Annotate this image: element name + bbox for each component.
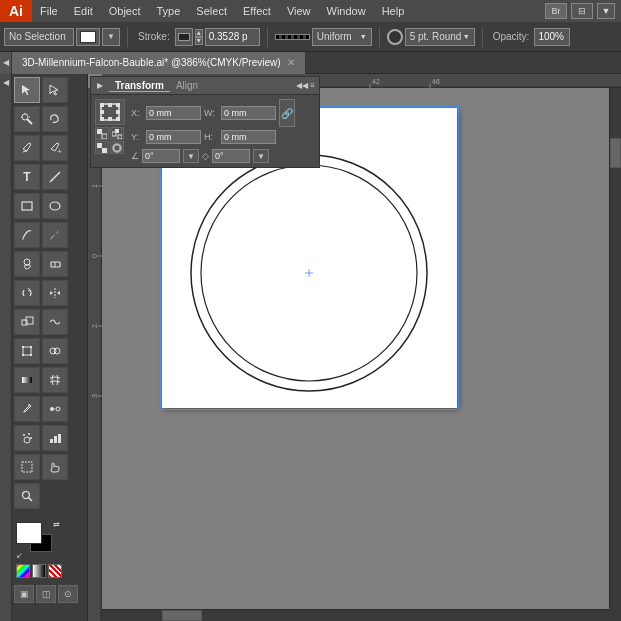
none-mode-btn[interactable] [48, 564, 62, 578]
color-fill-box[interactable] [76, 28, 100, 46]
align-tab[interactable]: Align [170, 80, 204, 92]
screen-mode-btn[interactable]: ▣ [14, 585, 34, 603]
tg-icon-4[interactable] [110, 141, 124, 154]
tg-icon-2[interactable] [110, 127, 124, 140]
free-transform-tool-btn[interactable] [14, 338, 40, 364]
paintbrush-tool-btn[interactable] [42, 222, 68, 248]
transform-box-icon[interactable] [95, 99, 125, 125]
angle1-dropdown-btn[interactable]: ▼ [183, 149, 199, 163]
mesh-tool-btn[interactable] [42, 367, 68, 393]
scrollbar-vertical-thumb[interactable] [610, 138, 621, 168]
angle1-input[interactable] [142, 149, 180, 163]
panel-collapse-left[interactable]: ◀ [0, 52, 12, 74]
color-arrow-btn[interactable]: ▼ [102, 28, 120, 46]
svg-rect-47 [102, 134, 107, 139]
svg-rect-38 [100, 103, 104, 107]
swap-colors-btn[interactable]: ⇄ [53, 520, 60, 529]
panel-body: X: W: 🔗 Y: H: ∠ ▼ [91, 95, 319, 167]
link-constraint-btn[interactable]: 🔗 [279, 99, 295, 127]
left-collapse-btn[interactable]: ◀ [0, 74, 12, 621]
workspace-btn[interactable]: ⊟ [571, 3, 593, 19]
svg-rect-44 [108, 117, 112, 121]
rotate-tool-btn[interactable] [14, 280, 40, 306]
warp-tool-btn[interactable] [42, 309, 68, 335]
panel-menu-btn[interactable]: ≡ [310, 81, 315, 90]
tg-icon-3[interactable] [95, 141, 109, 154]
menu-file[interactable]: File [32, 0, 66, 22]
lasso-tool-btn[interactable] [42, 106, 68, 132]
workspace-arrow-btn[interactable]: ▼ [597, 3, 615, 19]
menu-type[interactable]: Type [149, 0, 189, 22]
tg-icon-1[interactable] [95, 127, 109, 140]
scale-tool-btn[interactable] [14, 309, 40, 335]
menu-view[interactable]: View [279, 0, 319, 22]
artboard-tool-btn[interactable] [14, 454, 40, 480]
scrollbar-horizontal[interactable] [102, 609, 609, 621]
stroke-color-swatch[interactable] [175, 28, 193, 46]
color-mode-btn[interactable] [16, 564, 30, 578]
menu-effect[interactable]: Effect [235, 0, 279, 22]
stroke-value-input[interactable] [205, 28, 260, 46]
opacity-input[interactable] [534, 28, 570, 46]
bridge-btn[interactable]: Br [545, 3, 567, 19]
menu-edit[interactable]: Edit [66, 0, 101, 22]
draw-mode-btn[interactable]: ◫ [36, 585, 56, 603]
panel-collapse-icon: ▶ [95, 81, 105, 91]
scrollbar-horizontal-thumb[interactable] [162, 610, 202, 621]
shape-builder-tool-btn[interactable] [42, 338, 68, 364]
draw-inside-btn[interactable]: ⊙ [58, 585, 78, 603]
svg-rect-20 [30, 354, 32, 356]
panel-expand-btn[interactable]: ◀◀ [296, 81, 308, 90]
menu-window[interactable]: Window [319, 0, 374, 22]
sep2 [267, 27, 268, 47]
menu-help[interactable]: Help [374, 0, 413, 22]
rect-tool-btn[interactable] [14, 193, 40, 219]
gradient-tool-btn[interactable] [14, 367, 40, 393]
add-anchor-tool-btn[interactable]: + [42, 135, 68, 161]
gradient-mode-btn[interactable] [32, 564, 46, 578]
hand-tool-btn[interactable] [42, 454, 68, 480]
zoom-tool-btn[interactable] [14, 483, 40, 509]
transform-tab[interactable]: Transform [109, 80, 170, 92]
scrollbar-vertical[interactable] [609, 88, 621, 609]
default-colors-btn[interactable]: ↙ [16, 551, 23, 560]
direct-selection-tool-btn[interactable] [42, 77, 68, 103]
h-input[interactable] [221, 130, 276, 144]
uniform-dropdown[interactable]: Uniform▼ [312, 28, 372, 46]
angle2-input[interactable] [212, 149, 250, 163]
w-input[interactable] [221, 106, 276, 120]
symbol-sprayer-tool-btn[interactable] [14, 425, 40, 451]
transform-grid-icons [95, 127, 125, 154]
menu-select[interactable]: Select [188, 0, 235, 22]
stroke-label: Stroke: [135, 31, 173, 42]
tab-close-btn[interactable]: ✕ [287, 57, 295, 68]
y-input[interactable] [146, 130, 201, 144]
stroke-up-btn[interactable]: ▲ [195, 29, 203, 37]
x-label: X: [131, 108, 143, 118]
menu-object[interactable]: Object [101, 0, 149, 22]
pen-tool-btn[interactable] [14, 135, 40, 161]
pencil-tool-btn[interactable] [14, 222, 40, 248]
eyedropper-tool-btn[interactable] [14, 396, 40, 422]
stroke-down-btn[interactable]: ▼ [195, 37, 203, 45]
stroke-round-preview [387, 29, 403, 45]
blend-tool-btn[interactable] [42, 396, 68, 422]
angle2-dropdown-btn[interactable]: ▼ [253, 149, 269, 163]
panel-drag-header[interactable]: ▶ Transform Align ◀◀ ≡ [91, 77, 319, 95]
blob-brush-tool-btn[interactable] [14, 251, 40, 277]
svg-rect-32 [54, 436, 57, 443]
x-input[interactable] [146, 106, 201, 120]
selection-tool-btn[interactable] [14, 77, 40, 103]
ellipse-tool-btn[interactable] [42, 193, 68, 219]
round-cap-dropdown[interactable]: 5 pt. Round▼ [405, 28, 475, 46]
selection-dropdown[interactable]: No Selection [4, 28, 74, 46]
column-graph-tool-btn[interactable] [42, 425, 68, 451]
magic-wand-tool-btn[interactable] [14, 106, 40, 132]
foreground-swatch[interactable] [16, 522, 42, 544]
eraser-tool-btn[interactable] [42, 251, 68, 277]
type-tool-btn[interactable]: T [14, 164, 40, 190]
transform-panel: ▶ Transform Align ◀◀ ≡ [90, 76, 320, 168]
reflect-tool-btn[interactable] [42, 280, 68, 306]
line-tool-btn[interactable] [42, 164, 68, 190]
document-tab[interactable]: 3D-Millennium-Falcon-Bauble.ai * @ 386% … [12, 52, 306, 74]
